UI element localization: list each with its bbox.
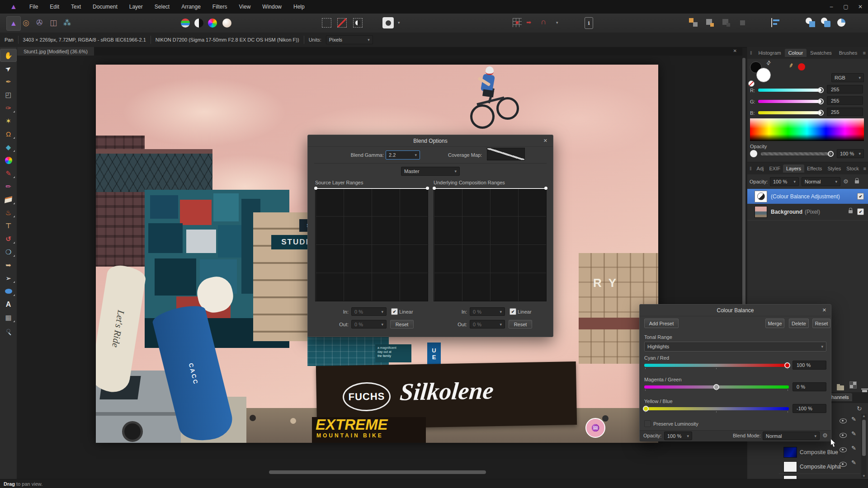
yellow-blue-slider[interactable]: [644, 407, 789, 410]
curve-node[interactable]: [544, 187, 547, 190]
g-knob[interactable]: [818, 99, 824, 104]
geometry-divide-icon[interactable]: [836, 18, 847, 28]
curve-node[interactable]: [433, 187, 436, 190]
move-to-front-icon[interactable]: [689, 18, 698, 27]
selection-brush-tool[interactable]: ✑: [0, 101, 17, 114]
layer-visibility-checkbox[interactable]: ✔: [857, 208, 864, 215]
menu-window[interactable]: Window: [256, 4, 288, 10]
out-dropdown[interactable]: 0 % ▾: [470, 320, 505, 328]
underlying-ranges-graph[interactable]: [434, 188, 547, 301]
delete-button[interactable]: Delete: [789, 319, 809, 328]
tone-mapping-persona-button[interactable]: ◫: [50, 18, 57, 28]
blend-options-title-bar[interactable]: Blend Options: [308, 135, 553, 147]
photo-persona-button[interactable]: ▲: [6, 16, 21, 31]
auto-colour-icon[interactable]: [208, 19, 217, 28]
text-tool[interactable]: A: [0, 298, 17, 311]
flood-fill-tool[interactable]: ◆: [0, 141, 17, 154]
preserve-luminosity-checkbox[interactable]: [644, 420, 651, 427]
panel-menu-icon[interactable]: ≡: [863, 50, 868, 56]
channel-edit-icon[interactable]: ✎: [851, 430, 856, 437]
eyedropper-icon[interactable]: ✒: [786, 61, 796, 70]
alignment-icon[interactable]: [771, 18, 782, 27]
menu-help[interactable]: Help: [288, 4, 311, 10]
layers-opacity-dropdown[interactable]: 100 % ▾: [770, 177, 799, 186]
burn-tool[interactable]: ♨: [0, 206, 17, 219]
pixel-grid-icon[interactable]: [513, 18, 522, 27]
document-tab[interactable]: Stunt1.jpg [Modified] (36.6%): [17, 47, 94, 56]
b-value[interactable]: 255: [827, 108, 863, 116]
lasso-tool[interactable]: Ω: [0, 127, 17, 141]
tab-histogram[interactable]: Histogram: [755, 49, 785, 57]
erase-tool[interactable]: [0, 193, 17, 206]
channel-edit-icon[interactable]: ✎: [851, 459, 856, 466]
smudge-tool[interactable]: ➥: [0, 258, 17, 272]
menu-layer[interactable]: Layer: [123, 4, 149, 10]
selection-from-layer-icon[interactable]: [353, 18, 363, 28]
tab-effects[interactable]: Effects: [804, 164, 825, 173]
scroll-up-icon[interactable]: ▲: [861, 414, 867, 418]
menu-view[interactable]: View: [233, 4, 257, 10]
maximize-button[interactable]: ▢: [838, 0, 854, 14]
auto-levels-icon[interactable]: [181, 19, 190, 28]
channel-visibility-icon[interactable]: [840, 462, 847, 467]
coverage-map-thumbnail[interactable]: [487, 148, 525, 160]
group-layers-icon[interactable]: [837, 385, 844, 390]
panel-drag-handle[interactable]: ‖: [747, 50, 755, 56]
zoom-tool[interactable]: ◌: [0, 324, 17, 337]
scrollbar-thumb[interactable]: [862, 420, 866, 456]
force-pixel-alignment-icon[interactable]: ➡: [526, 19, 531, 26]
tab-brushes[interactable]: Brushes: [835, 49, 861, 57]
units-dropdown[interactable]: Pixels ▾: [326, 35, 373, 44]
tab-exif[interactable]: EXIF: [766, 164, 783, 173]
geometry-add-icon[interactable]: [806, 18, 816, 28]
move-tool[interactable]: ➤: [0, 62, 17, 75]
linear-checkbox[interactable]: ✔: [391, 308, 398, 315]
menu-file[interactable]: File: [24, 4, 44, 10]
colour-opacity-knob[interactable]: [828, 151, 834, 157]
export-persona-button[interactable]: ⁂: [63, 18, 71, 28]
panel-drag-handle[interactable]: ‖: [747, 166, 754, 171]
horizontal-scrollbar[interactable]: [269, 470, 486, 474]
r-knob[interactable]: [818, 87, 824, 93]
cyan-red-slider[interactable]: [644, 364, 789, 367]
mask-icon[interactable]: [849, 381, 857, 389]
move-forward-icon[interactable]: [705, 18, 714, 27]
tab-swatches[interactable]: Swatches: [807, 49, 835, 57]
quick-mask-dropdown-arrow[interactable]: ▾: [398, 20, 400, 25]
cb-opacity-dropdown[interactable]: 100 % ▾: [664, 432, 692, 440]
minimize-button[interactable]: –: [824, 0, 839, 14]
colour-replacement-tool[interactable]: ✏: [0, 180, 17, 193]
channel-edit-icon[interactable]: ✎: [851, 445, 856, 451]
cb-gear-icon[interactable]: ⚙: [822, 432, 828, 439]
tab-styles[interactable]: Styles: [825, 164, 844, 173]
colour-picker-tool[interactable]: ✒: [0, 75, 17, 88]
yellow-blue-value[interactable]: -100 %: [793, 404, 826, 413]
menu-select[interactable]: Select: [149, 4, 175, 10]
quick-mask-icon[interactable]: [382, 17, 394, 28]
node-tool[interactable]: ➢: [0, 272, 17, 285]
blend-options-close-icon[interactable]: ✕: [543, 138, 547, 144]
close-button[interactable]: ✕: [853, 0, 868, 14]
auto-white-balance-icon[interactable]: [222, 19, 231, 28]
magenta-green-value[interactable]: 0 %: [793, 382, 826, 391]
layers-lock-icon[interactable]: [855, 180, 859, 183]
menu-text[interactable]: Text: [65, 4, 87, 10]
layer-visibility-checkbox[interactable]: ✔: [857, 193, 864, 200]
blur-tool[interactable]: ❍: [0, 245, 17, 258]
select-all-icon[interactable]: [322, 18, 331, 28]
clone-tool[interactable]: ⊤: [0, 219, 17, 232]
tab-colour[interactable]: Colour: [785, 49, 807, 57]
swap-colours-icon[interactable]: ⇄: [765, 59, 773, 66]
g-value[interactable]: 255: [827, 96, 863, 105]
merge-button[interactable]: Merge: [765, 319, 784, 328]
menu-arrange[interactable]: Arrange: [175, 4, 207, 10]
menu-filters[interactable]: Filters: [207, 4, 233, 10]
cb-blend-mode-dropdown[interactable]: Normal ▾: [763, 432, 820, 440]
r-slider[interactable]: [758, 89, 821, 92]
tonal-range-dropdown[interactable]: Highlights ▾: [644, 342, 826, 352]
panel-menu-icon[interactable]: ≡: [863, 166, 868, 171]
tab-adj[interactable]: Adj: [754, 164, 767, 173]
curve-node[interactable]: [426, 187, 429, 190]
reset-colours-swatch[interactable]: [748, 80, 755, 87]
colour-spectrum[interactable]: [750, 118, 864, 141]
